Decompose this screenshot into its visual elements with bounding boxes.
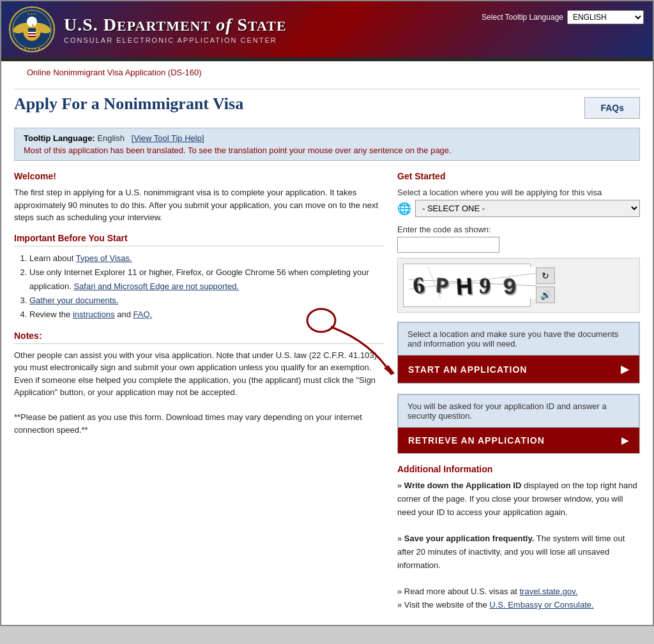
embassy-consulate-link[interactable]: U.S. Embassy or Consulate. [489, 600, 593, 610]
additional-info-text: » Write down the Application ID displaye… [397, 479, 640, 612]
breadcrumb: Online Nonimmigrant Visa Application (DS… [14, 61, 640, 84]
site-header: ★ ★ ★ ★ ★ ★ ★ ★ ★ ★ U.S. DEPARTMENT of S… [1, 1, 653, 57]
tooltip-translation-notice: Most of this application has been transl… [24, 146, 630, 155]
captcha-image: 6 P H 9 9 [403, 264, 531, 307]
language-selector-container: Select Tooltip Language ENGLISH ESPAÑOL … [482, 10, 644, 24]
language-label: Select Tooltip Language [482, 13, 563, 22]
faq-button[interactable]: FAQs [584, 97, 640, 119]
types-of-visas-link[interactable]: Types of Visas. [76, 253, 132, 263]
notes-text: Other people can assist you with your vi… [14, 349, 384, 437]
seal-logo: ★ ★ ★ ★ ★ ★ ★ ★ ★ ★ [9, 6, 55, 52]
svg-text:★ ★ ★ ★ ★ ★ ★: ★ ★ ★ ★ ★ ★ ★ [20, 47, 44, 50]
breadcrumb-link[interactable]: Online Nonimmigrant Visa Application (DS… [27, 68, 202, 77]
list-item-text: Learn about [29, 253, 76, 263]
svg-rect-10 [28, 32, 36, 33]
svg-text:6: 6 [412, 272, 428, 299]
retrieve-button-arrow-icon: ▶ [621, 435, 629, 446]
start-button-label: START AN APPLICATION [408, 364, 527, 375]
svg-text:9: 9 [478, 273, 494, 299]
list-item: Learn about Types of Visas. [29, 251, 384, 266]
retrieve-action-group: You will be asked for your application I… [397, 394, 640, 454]
welcome-text: The first step in applying for a U.S. no… [14, 186, 384, 224]
start-button-arrow-icon: ▶ [621, 363, 629, 375]
tooltip-line1: Tooltip Language: English [View Tool Tip… [24, 133, 630, 143]
main-content: Online Nonimmigrant Visa Application (DS… [1, 61, 653, 625]
tooltip-bar: Tooltip Language: English [View Tool Tip… [14, 128, 640, 161]
list-item: Gather your documents. [29, 294, 384, 308]
start-info-box: Select a location and make sure you have… [398, 322, 639, 356]
additional-info-heading: Additional Information [397, 464, 640, 474]
language-select[interactable]: ENGLISH ESPAÑOL FRANÇAIS DEUTSCH PORTUGU… [567, 10, 644, 24]
right-column: Get Started Select a location where you … [397, 171, 640, 612]
svg-text:9: 9 [503, 274, 520, 299]
retrieve-application-button[interactable]: RETRIEVE AN APPLICATION ▶ [398, 428, 639, 453]
captcha-audio-button[interactable]: 🔊 [536, 287, 555, 303]
location-select[interactable]: - SELECT ONE - [415, 200, 640, 217]
faq-link[interactable]: FAQ. [133, 310, 153, 319]
retrieve-info-box: You will be asked for your application I… [398, 394, 639, 428]
location-row: 🌐 - SELECT ONE - [397, 200, 640, 217]
notes-heading: Notes: [14, 331, 384, 344]
location-label: Select a location where you will be appl… [397, 188, 640, 197]
list-item-and: and [115, 310, 133, 319]
globe-icon: 🌐 [397, 202, 411, 216]
captcha-area: 6 P H 9 9 ↻ 🔊 [397, 258, 640, 313]
svg-text:★ ★ ★: ★ ★ ★ [27, 12, 36, 15]
list-item: Use only Internet Explorer 11 or higher,… [29, 266, 384, 294]
svg-marker-23 [384, 365, 395, 375]
captcha-input[interactable] [397, 237, 499, 253]
view-tooltip-help-link[interactable]: [View Tool Tip Help] [132, 133, 204, 143]
svg-rect-9 [28, 28, 36, 32]
code-label: Enter the code as shown: [397, 225, 640, 234]
gather-documents-link[interactable]: Gather your documents. [29, 296, 118, 305]
important-heading: Important Before You Start [14, 233, 384, 246]
list-item-text: Review the [29, 310, 73, 319]
start-application-button[interactable]: START AN APPLICATION ▶ [398, 356, 639, 383]
travel-state-gov-link[interactable]: travel.state.gov. [519, 587, 577, 596]
write-down-bold: Write down the Application ID [404, 481, 521, 490]
safari-edge-link[interactable]: Safari and Microsoft Edge are not suppor… [73, 281, 239, 291]
important-list: Learn about Types of Visas. Use only Int… [29, 251, 384, 322]
svg-text:H: H [455, 273, 476, 299]
captcha-refresh-button[interactable]: ↻ [536, 267, 555, 284]
svg-text:P: P [435, 274, 452, 299]
left-column: Welcome! The first step in applying for … [14, 171, 384, 612]
start-action-group: Select a location and make sure you have… [397, 322, 640, 384]
instructions-link[interactable]: instructions [73, 310, 115, 319]
list-item: Review the instructions and FAQ. [29, 308, 384, 322]
tooltip-language-value: English [97, 133, 125, 143]
svg-rect-11 [28, 34, 36, 36]
page-title-row: Apply For a Nonimmigrant Visa FAQs [14, 94, 640, 119]
site-subtitle: Consular Electronic Application Center [64, 36, 645, 44]
additional-info: Additional Information » Write down the … [397, 464, 640, 612]
start-button-container: START AN APPLICATION ▶ [398, 356, 639, 383]
two-column-layout: Welcome! The first step in applying for … [14, 171, 640, 612]
tooltip-language-label: Tooltip Language: [24, 133, 95, 143]
welcome-heading: Welcome! [14, 171, 384, 181]
get-started-heading: Get Started [397, 171, 640, 181]
page-title: Apply For a Nonimmigrant Visa [14, 94, 243, 114]
save-frequently-bold: Save your application frequently. [404, 534, 534, 543]
retrieve-button-label: RETRIEVE AN APPLICATION [408, 435, 545, 446]
captcha-buttons: ↻ 🔊 [536, 267, 555, 303]
